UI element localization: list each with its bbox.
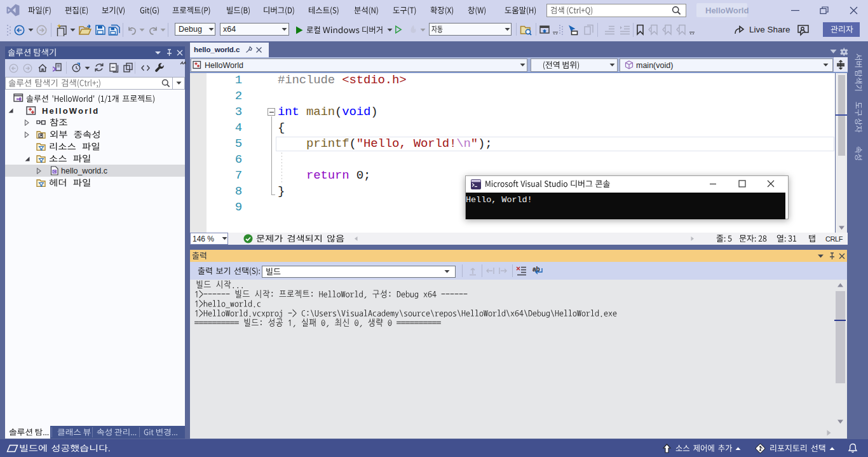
svg-text:c: c <box>53 169 56 174</box>
